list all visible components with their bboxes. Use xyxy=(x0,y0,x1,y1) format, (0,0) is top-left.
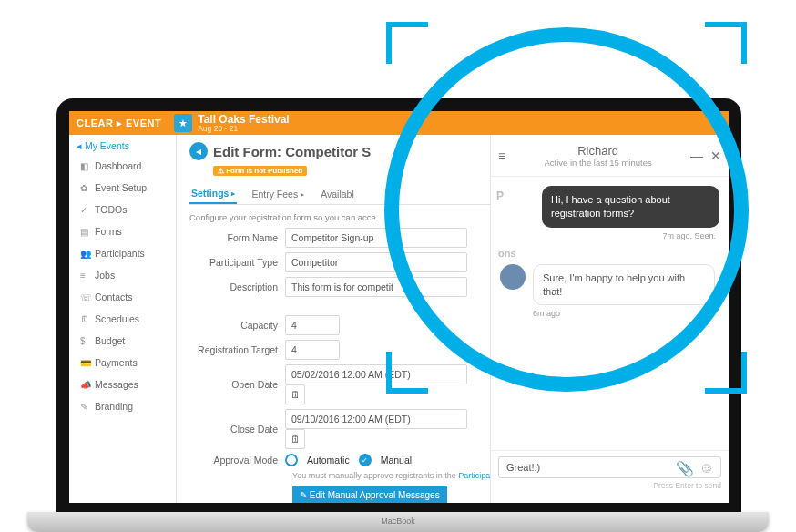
bracket-icon xyxy=(386,22,428,64)
laptop-base: MacBook xyxy=(27,512,769,532)
sidebar-item-forms[interactable]: ▤Forms xyxy=(69,220,176,242)
chat-msg-in-meta: 6m ago xyxy=(533,309,719,318)
sidebar-item-schedules[interactable]: 🗓Schedules xyxy=(69,308,176,330)
page-title: Edit Form: Competitor S xyxy=(213,144,371,159)
label-description: Description xyxy=(189,281,285,292)
label-close-date: Close Date xyxy=(189,424,285,435)
sidebar-item-contacts[interactable]: ☏Contacts xyxy=(69,286,176,308)
chat-panel: ≡ Richard Active in the last 15 minutes … xyxy=(490,135,729,503)
input-form-name[interactable] xyxy=(285,228,467,248)
participants-icon: 👥 xyxy=(80,249,89,259)
sidebar-item-messages[interactable]: 📣Messages xyxy=(69,373,176,395)
chat-name: Richard xyxy=(505,144,690,158)
forms-icon: ▤ xyxy=(80,227,89,237)
sidebar-item-event-setup[interactable]: ✿Event Setup xyxy=(69,177,176,199)
label-capacity: Capacity xyxy=(189,320,285,331)
back-to-events[interactable]: ◂ My Events xyxy=(69,135,176,155)
input-open-date[interactable] xyxy=(285,364,467,384)
setup-icon: ✿ xyxy=(80,183,89,193)
jobs-icon: ≡ xyxy=(80,271,89,281)
branding-icon: ✎ xyxy=(80,402,89,412)
label-open-date: Open Date xyxy=(189,379,285,390)
budget-icon: $ xyxy=(80,336,89,346)
sidebar-item-jobs[interactable]: ≡Jobs xyxy=(69,264,176,286)
event-dates: Aug 20 - 21 xyxy=(198,125,290,133)
sidebar-item-payments[interactable]: 💳Payments xyxy=(69,352,176,373)
label-form-name: Form Name xyxy=(189,232,285,243)
input-reg-target[interactable] xyxy=(285,340,340,360)
contacts-icon: ☏ xyxy=(80,292,89,302)
sidebar-item-branding[interactable]: ✎Branding xyxy=(69,395,176,417)
input-description[interactable] xyxy=(285,277,467,297)
radio-manual[interactable] xyxy=(359,454,372,466)
avatar xyxy=(500,264,526,290)
payments-icon: 💳 xyxy=(80,358,89,368)
label-participant-type: Participant Type xyxy=(189,257,285,268)
hamburger-icon[interactable]: ≡ xyxy=(498,148,505,163)
app-logo: CLEAR ▸ EVENT xyxy=(77,118,161,129)
sidebar-item-budget[interactable]: $Budget xyxy=(69,330,176,352)
partial-text-p: P xyxy=(496,189,504,202)
emoji-icon[interactable]: ☺ xyxy=(699,460,714,477)
label-approval-mode: Approval Mode xyxy=(189,455,285,466)
partial-text-ons: ons xyxy=(498,248,719,259)
screen: CLEAR ▸ EVENT ★ Tall Oaks Festival Aug 2… xyxy=(69,111,729,503)
schedules-icon: 🗓 xyxy=(80,314,89,324)
calendar-icon[interactable]: 🗓 xyxy=(285,429,305,449)
messages-icon: 📣 xyxy=(80,380,89,390)
tab-availability[interactable]: Availabl xyxy=(319,184,356,204)
laptop-frame: CLEAR ▸ EVENT ★ Tall Oaks Festival Aug 2… xyxy=(56,98,741,527)
input-capacity[interactable] xyxy=(285,315,340,335)
todos-icon: ✓ xyxy=(80,205,89,215)
sidebar-item-participants[interactable]: 👥Participants xyxy=(69,242,176,264)
chat-status: Active in the last 15 minutes xyxy=(505,158,690,168)
tab-settings[interactable]: Settings▸ xyxy=(189,184,237,204)
bracket-icon xyxy=(705,352,747,394)
publish-status-badge: ⚠ Form is not Published xyxy=(213,166,307,176)
dashboard-icon: ◧ xyxy=(80,161,89,171)
topbar: CLEAR ▸ EVENT ★ Tall Oaks Festival Aug 2… xyxy=(69,111,729,135)
sidebar: ◂ My Events ◧Dashboard ✿Event Setup ✓TOD… xyxy=(69,135,177,503)
bracket-icon xyxy=(705,22,747,64)
radio-manual-label: Manual xyxy=(381,455,412,466)
chat-hint: Press Enter to send xyxy=(498,481,721,490)
main-content: ◂ Edit Form: Competitor S ⚠ Form is not … xyxy=(177,135,729,503)
sidebar-item-todos[interactable]: ✓TODOs xyxy=(69,199,176,220)
input-participant-type[interactable] xyxy=(285,252,467,272)
label-reg-target: Registration Target xyxy=(189,344,285,355)
bracket-icon xyxy=(386,352,428,394)
back-button[interactable]: ◂ xyxy=(189,142,208,160)
radio-automatic[interactable] xyxy=(285,454,298,466)
input-close-date[interactable] xyxy=(285,409,467,429)
tab-entry-fees[interactable]: Entry Fees▸ xyxy=(250,184,306,204)
chat-msg-out: Hi, I have a question about registration… xyxy=(542,186,719,228)
sidebar-item-dashboard[interactable]: ◧Dashboard xyxy=(69,155,176,177)
attachment-icon[interactable]: 📎 xyxy=(676,460,694,477)
edit-approval-messages-button[interactable]: ✎ Edit Manual Approval Messages xyxy=(292,486,447,503)
event-block[interactable]: Tall Oaks Festival Aug 20 - 21 xyxy=(198,114,290,133)
calendar-icon[interactable]: 🗓 xyxy=(285,384,305,404)
close-icon[interactable]: ✕ xyxy=(710,148,721,163)
minimize-icon[interactable]: — xyxy=(690,148,703,163)
event-title: Tall Oaks Festival xyxy=(198,114,290,125)
star-icon[interactable]: ★ xyxy=(174,114,192,132)
radio-automatic-label: Automatic xyxy=(307,455,350,466)
chat-msg-out-meta: 7m ago. Seen. xyxy=(500,231,716,240)
chat-msg-in: Sure, I'm happy to help you with that! xyxy=(533,264,715,306)
